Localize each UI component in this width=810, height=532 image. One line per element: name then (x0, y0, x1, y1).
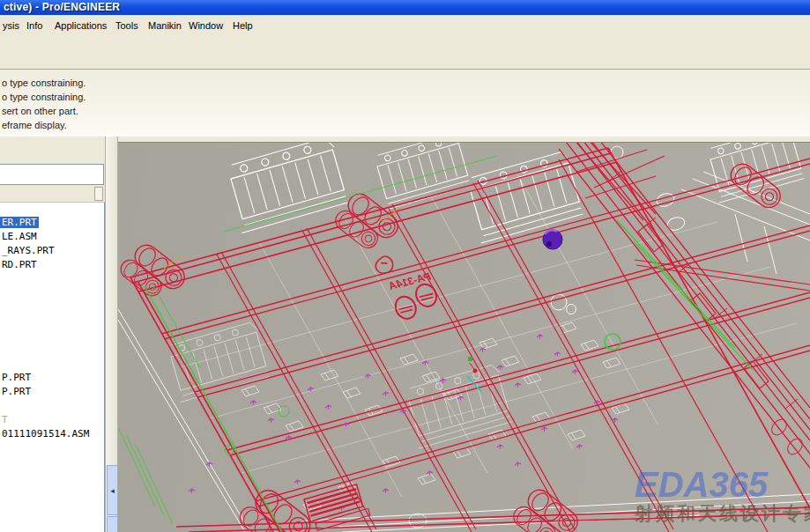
white-detail-boxes (242, 322, 629, 511)
tree-item[interactable]: P.PRT (0, 386, 33, 398)
graphics-area[interactable]: PA-314A EDA365 射频和天线设计专家 (118, 137, 810, 532)
tree-item[interactable]: P.PRT (0, 372, 33, 384)
tree-item[interactable]: LE.ASM (0, 231, 39, 243)
menu-item-info[interactable]: Info (24, 19, 45, 32)
red-frame (130, 148, 810, 532)
sash-thumb[interactable] (107, 516, 118, 532)
proe-window: ctive) - Pro/ENGINEER ysis Info Applicat… (0, 0, 810, 532)
message-line: o type constraining. (2, 90, 810, 104)
wireframe-model: PA-314A (118, 137, 810, 532)
tree-item[interactable]: RD.PRT (0, 259, 39, 271)
message-area: o type constraining. o type constraining… (0, 69, 810, 137)
message-line: o type constraining. (2, 76, 810, 90)
purple-component (543, 230, 562, 249)
menu-item-manikin[interactable]: Manikin (145, 19, 184, 32)
main-toolbar: Copy Geometry... (0, 37, 810, 69)
tree-item[interactable]: ER.PRT (0, 217, 39, 229)
menu-item-window[interactable]: Window (186, 19, 226, 32)
title-bar: ctive) - Pro/ENGINEER (0, 0, 810, 15)
mold-markings: PA-314A (374, 246, 443, 325)
message-line: sert on other part. (2, 104, 810, 118)
sash-collapse-button[interactable]: ◂ (107, 465, 118, 515)
menu-bar: ysis Info Applications Tools Manikin Win… (0, 15, 810, 37)
message-line: eframe display. (2, 118, 810, 132)
model-tree-filter-box[interactable] (0, 164, 104, 185)
mold-text: PA-314A (388, 270, 432, 292)
menu-item-analysis[interactable]: ysis (0, 19, 22, 32)
canvas-top-strip (118, 137, 810, 143)
model-tree-panel: ER.PRT LE.ASM _RAYS.PRT RD.PRT P.PRT P.P… (0, 137, 105, 532)
menu-item-applications[interactable]: Applications (52, 19, 109, 32)
menu-item-help[interactable]: Help (230, 19, 256, 32)
menu-item-tools[interactable]: Tools (113, 19, 141, 32)
red-cylinder-assemblies (118, 159, 784, 532)
green-accents (118, 156, 753, 532)
navigator-sash[interactable]: ◂ (105, 137, 118, 532)
tree-item[interactable]: T (0, 414, 10, 426)
model-tree-header (0, 185, 105, 203)
tree-item[interactable]: _RAYS.PRT (0, 245, 56, 257)
tree-item[interactable]: 01111091514.ASM (0, 428, 91, 440)
tree-header-button[interactable] (94, 187, 103, 201)
window-title: ctive) - Pro/ENGINEER (4, 1, 120, 13)
model-tree-list: ER.PRT LE.ASM _RAYS.PRT RD.PRT P.PRT P.P… (0, 203, 105, 532)
